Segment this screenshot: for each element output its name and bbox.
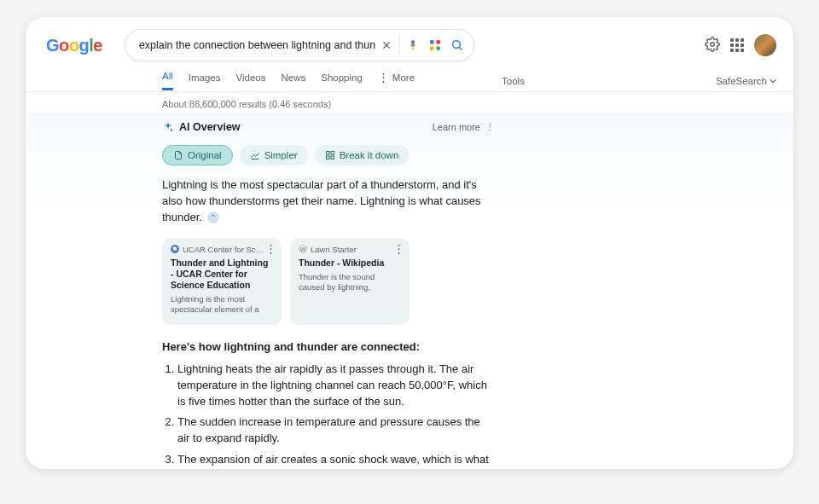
more-icon[interactable]: ⋮ [485, 122, 495, 133]
svg-rect-1 [436, 40, 440, 44]
tab-images[interactable]: Images [189, 72, 221, 90]
ai-overview-label: AI Overview [179, 121, 241, 133]
source-site: Lawn Starter [311, 245, 357, 254]
tools-link[interactable]: Tools [502, 76, 525, 86]
source-card[interactable]: W Lawn Starter ⋮ Thunder - Wikipedia Thu… [290, 238, 410, 325]
google-logo[interactable]: Google [46, 36, 102, 55]
svg-rect-6 [326, 152, 329, 155]
safesearch-menu[interactable]: SafeSearch [716, 76, 776, 86]
tab-all[interactable]: All [162, 71, 173, 90]
source-snippet: Thunder is the sound caused by lightning… [299, 272, 401, 294]
svg-rect-2 [430, 46, 434, 50]
settings-icon[interactable] [705, 37, 720, 55]
svg-point-5 [711, 42, 715, 46]
ai-subheading: Here's how lightning and thunder are con… [162, 340, 495, 353]
ai-intro-text: Lightning is the most spectacular part o… [162, 177, 495, 226]
tab-news[interactable]: News [281, 72, 305, 90]
sparkle-icon [162, 121, 174, 133]
favicon-icon: ✱ [171, 245, 179, 253]
search-icon[interactable] [446, 34, 468, 56]
source-title: Thunder - Wikipedia [299, 258, 401, 269]
source-card[interactable]: ✱ UCAR Center for Science Edu… ⋮ Thunder… [162, 238, 282, 325]
ai-step: The sudden increase in temperature and p… [177, 414, 495, 447]
search-box[interactable] [125, 29, 474, 61]
ai-step: The expansion of air creates a sonic sho… [177, 452, 495, 469]
card-more-icon[interactable]: ⋮ [393, 243, 404, 254]
chevron-down-icon [770, 78, 776, 84]
card-more-icon[interactable]: ⋮ [265, 243, 276, 254]
source-title: Thunder and Lightning - UCAR Center for … [171, 258, 273, 291]
svg-rect-8 [326, 156, 329, 159]
mic-icon[interactable] [402, 34, 424, 56]
svg-rect-7 [331, 152, 334, 155]
source-site: UCAR Center for Science Edu… [183, 245, 264, 254]
apps-icon[interactable] [730, 38, 744, 52]
tab-more[interactable]: ⋮More [378, 71, 415, 90]
ai-steps-list: Lightning heats the air rapidly as it pa… [177, 362, 495, 469]
chip-simpler[interactable]: Simpler [240, 145, 308, 165]
svg-point-3 [436, 46, 440, 50]
source-snippet: Lightning is the most spectacular elemen… [171, 294, 273, 316]
account-avatar[interactable] [754, 34, 776, 56]
favicon-icon: W [299, 245, 307, 253]
clear-icon[interactable] [375, 34, 398, 56]
result-stats: About 88,600,000 results (0.46 seconds) [26, 92, 793, 113]
tab-videos[interactable]: Videos [236, 72, 266, 90]
tab-shopping[interactable]: Shopping [321, 72, 363, 90]
expand-icon[interactable]: ⌃ [207, 211, 219, 223]
chip-break-it-down[interactable]: Break it down [315, 145, 410, 165]
svg-rect-0 [430, 40, 434, 44]
lens-icon[interactable] [424, 34, 446, 56]
search-input[interactable] [139, 39, 375, 51]
learn-more-link[interactable]: Learn more ⋮ [433, 122, 495, 133]
chip-original[interactable]: Original [162, 145, 233, 165]
svg-point-4 [453, 41, 461, 49]
svg-rect-9 [331, 156, 334, 159]
ai-step: Lightning heats the air rapidly as it pa… [177, 362, 495, 410]
